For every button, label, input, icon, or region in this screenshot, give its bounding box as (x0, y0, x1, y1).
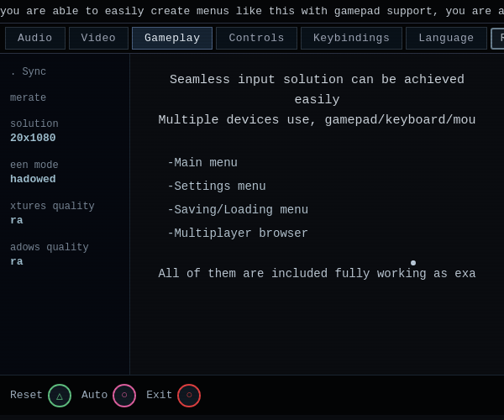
content-list: -Main menu -Settings menu -Saving/Loadin… (150, 151, 484, 245)
sidebar-textures-value: ra (10, 213, 119, 228)
sidebar-screenmode-label: een mode (10, 160, 59, 171)
tab-controls[interactable]: Controls (216, 27, 297, 50)
exit-action[interactable]: Exit ○ (146, 384, 201, 407)
tab-r1[interactable]: R1 (491, 28, 504, 50)
tabs-row: Audio Video Gameplay Controls Keybinding… (0, 24, 504, 54)
content-intro-line2: Multiple devices use, gamepad/keyboard/m… (150, 111, 484, 131)
sidebar-shadows-label: adows quality (10, 242, 89, 254)
content-intro-line1: Seamless input solution can be achieved … (150, 71, 484, 111)
list-item-1: -Settings menu (167, 175, 484, 198)
exit-label: Exit (146, 389, 172, 402)
sidebar: . Sync merate solution 20x1080 een mode … (0, 54, 130, 375)
auto-action[interactable]: Auto ○ (81, 384, 136, 407)
tab-audio[interactable]: Audio (5, 27, 66, 50)
list-item-0: -Main menu (167, 151, 484, 175)
sidebar-framerate-label: merate (10, 92, 46, 104)
circle-pink-symbol: ○ (121, 389, 128, 402)
tab-keybindings[interactable]: Keybindings (301, 27, 402, 50)
circle-red-button[interactable]: ○ (177, 384, 201, 407)
triangle-symbol: △ (56, 389, 63, 402)
main-layout: . Sync merate solution 20x1080 een mode … (0, 54, 504, 375)
auto-label: Auto (81, 389, 108, 402)
sidebar-item-framerate[interactable]: merate (0, 87, 129, 111)
list-item-3: -Multiplayer browser (167, 222, 484, 245)
sidebar-resolution-value: 20x1080 (10, 131, 119, 146)
tab-language[interactable]: Language (406, 27, 486, 50)
circle-pink-button[interactable]: ○ (113, 384, 136, 407)
list-item-2: -Saving/Loading menu (167, 198, 484, 222)
marquee-text: you are able to easily create menus like… (0, 0, 504, 24)
sidebar-item-screenmode[interactable]: een mode hadowed (0, 154, 129, 193)
sidebar-item-vsync[interactable]: . Sync (0, 60, 129, 85)
triangle-button[interactable]: △ (48, 384, 71, 407)
marquee-bar: you are able to easily create menus like… (0, 0, 504, 24)
reset-label: Reset (10, 389, 43, 402)
content-panel: Seamless input solution can be achieved … (130, 54, 504, 375)
reset-action[interactable]: Reset △ (10, 384, 71, 407)
sidebar-item-shadows[interactable]: adows quality ra (0, 236, 129, 276)
sidebar-screenmode-value: hadowed (10, 172, 119, 187)
sidebar-resolution-label: solution (10, 118, 59, 130)
sidebar-vsync-label: . Sync (10, 66, 46, 78)
sidebar-shadows-value: ra (10, 255, 119, 270)
circle-red-symbol: ○ (186, 389, 193, 402)
sidebar-item-resolution[interactable]: solution 20x1080 (0, 113, 129, 152)
content-intro: Seamless input solution can be achieved … (150, 71, 484, 131)
sidebar-textures-label: xtures quality (10, 201, 95, 213)
tab-gameplay[interactable]: Gameplay (132, 27, 213, 50)
content-footer: All of them are included fully working a… (150, 267, 484, 281)
bottom-bar: Reset △ Auto ○ Exit ○ (0, 375, 504, 415)
tab-video[interactable]: Video (69, 27, 129, 50)
sidebar-item-textures[interactable]: xtures quality ra (0, 195, 129, 234)
